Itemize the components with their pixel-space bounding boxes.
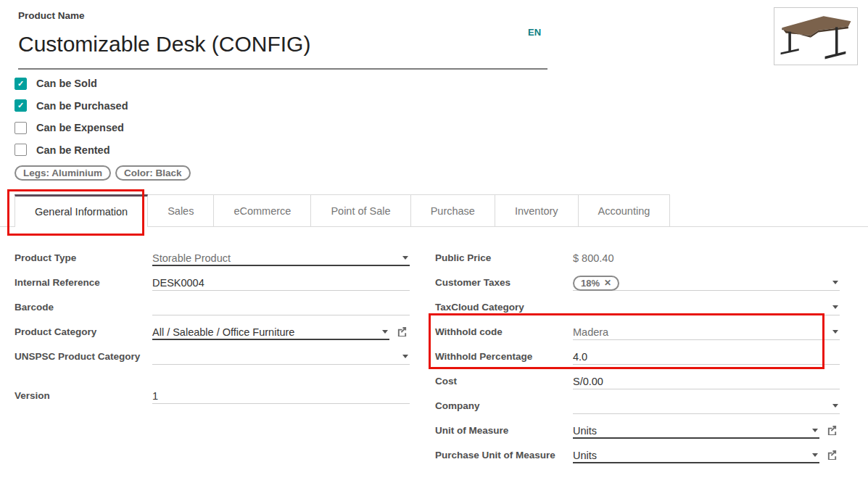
field-withhold-percentage: Withhold Percentage 4.0 [435,345,840,370]
field-unspsc-category: UNSPSC Product Category [15,345,410,384]
unit-of-measure-select[interactable]: Units [573,419,819,439]
tab-ecommerce[interactable]: eCommerce [213,194,311,226]
title-underline [18,68,547,70]
chevron-down-icon[interactable] [812,429,818,432]
field-label: TaxCloud Category [435,296,573,321]
field-product-type: Product Type Storable Product [15,247,410,271]
chevron-down-icon[interactable] [402,256,408,260]
chevron-down-icon[interactable] [832,281,838,284]
chevron-down-icon[interactable] [402,355,408,358]
language-badge[interactable]: EN [528,27,541,38]
field-label: Barcode [15,296,152,321]
checkbox-can-be-rented[interactable]: ✓ Can be Rented [15,139,128,162]
field-unit-of-measure: Unit of Measure Units [435,419,840,444]
field-internal-reference: Internal Reference DESK0004 [15,271,410,296]
external-link-icon[interactable] [397,321,410,337]
field-barcode: Barcode [15,296,410,321]
check-icon: ✓ [17,102,24,110]
version-input[interactable]: 1 [152,384,410,404]
checkbox-checked-icon[interactable]: ✓ [15,78,27,90]
company-select[interactable] [573,395,840,414]
field-public-price: Public Price $ 800.40 [435,247,840,271]
tab-inventory[interactable]: Inventory [495,194,579,226]
product-type-select[interactable]: Storable Product [152,247,410,266]
field-value: 1 [152,390,158,402]
cost-input[interactable]: S/0.00 [573,370,840,389]
external-link-icon[interactable] [827,444,840,460]
field-label: Product Category [15,321,152,345]
check-icon: ✓ [17,80,24,88]
product-name-label: Product Name [18,10,85,21]
checkbox-label: Can be Rented [36,144,110,156]
public-price-value: $ 800.40 [573,247,840,266]
variant-tag-color[interactable]: Color: Black [115,165,191,181]
barcode-input[interactable] [152,296,410,315]
tax-tag-label: 18% [581,277,600,289]
chevron-down-icon[interactable] [812,453,818,457]
field-label: Public Price [435,247,573,271]
variant-tag-legs[interactable]: Legs: Aluminium [15,165,111,181]
field-value: Units [573,425,597,437]
external-link-icon[interactable] [827,419,840,435]
remove-tax-icon[interactable]: ✕ [604,277,611,289]
field-label: Customer Taxes [435,271,573,296]
tax-tag[interactable]: 18% ✕ [573,276,619,291]
product-title-input[interactable]: Customizable Desk (CONFIG) [18,32,310,57]
checkbox-unchecked-icon[interactable]: ✓ [15,122,27,134]
field-value: Madera [573,326,608,338]
field-label: Internal Reference [15,271,152,296]
checkbox-label: Can be Expensed [36,122,124,133]
field-purchase-unit-of-measure: Purchase Unit of Measure Units [435,444,840,483]
product-flags: ✓ Can be Sold ✓ Can be Purchased ✓ Can b… [15,73,128,161]
checkbox-can-be-sold[interactable]: ✓ Can be Sold [15,73,128,95]
chevron-down-icon[interactable] [832,330,838,334]
tab-point-of-sale[interactable]: Point of Sale [310,194,410,226]
variant-tags: Legs: Aluminium Color: Black [15,165,191,181]
internal-reference-input[interactable]: DESK0004 [152,271,410,291]
withhold-code-select[interactable]: Madera [573,321,840,340]
field-label: Product Type [15,247,152,271]
field-value: All / Saleable / Office Furniture [152,326,294,338]
field-label: Cost [435,370,573,395]
chevron-down-icon[interactable] [382,330,388,334]
field-label: Withhold Percentage [435,345,573,370]
unspsc-category-select[interactable] [152,345,410,365]
field-version: Version 1 [15,384,410,409]
tab-general-information[interactable]: General Information [15,194,148,226]
field-value: DESK0004 [152,277,204,289]
checkbox-checked-icon[interactable]: ✓ [15,99,27,112]
checkbox-unchecked-icon[interactable]: ✓ [15,144,27,156]
field-value: 4.0 [573,351,587,363]
tab-purchase[interactable]: Purchase [410,194,495,226]
tab-sales[interactable]: Sales [147,194,214,226]
field-taxcloud-category: TaxCloud Category [435,296,840,321]
field-label: Version [15,384,152,409]
customer-taxes-select[interactable]: 18% ✕ [573,271,840,291]
chevron-down-icon[interactable] [832,305,838,309]
field-company: Company [435,395,840,419]
field-value: Storable Product [152,252,231,264]
product-category-select[interactable]: All / Saleable / Office Furniture [152,321,389,340]
tab-accounting[interactable]: Accounting [578,194,671,226]
field-value: Units [573,450,597,461]
product-form-page: Product Name Customizable Desk (CONFIG) … [0,0,868,483]
field-label: Withhold code [435,321,573,345]
checkbox-label: Can be Sold [36,78,97,89]
field-label: Purchase Unit of Measure [435,444,573,483]
checkbox-can-be-expensed[interactable]: ✓ Can be Expensed [15,117,128,139]
form-right-column: Public Price $ 800.40 Customer Taxes 18%… [435,247,840,483]
field-label: Company [435,395,573,419]
chevron-down-icon[interactable] [832,404,838,408]
field-value: S/0.00 [573,376,603,387]
purchase-unit-of-measure-select[interactable]: Units [573,444,819,463]
field-value: $ 800.40 [573,252,613,264]
withhold-percentage-input[interactable]: 4.0 [573,345,840,365]
product-image[interactable] [774,7,858,65]
field-label: UNSPSC Product Category [15,345,152,384]
field-label: Unit of Measure [435,419,573,444]
checkbox-can-be-purchased[interactable]: ✓ Can be Purchased [15,95,128,117]
field-product-category: Product Category All / Saleable / Office… [15,321,410,345]
checkbox-label: Can be Purchased [36,100,128,112]
taxcloud-category-select[interactable] [573,296,840,315]
field-cost: Cost S/0.00 [435,370,840,395]
